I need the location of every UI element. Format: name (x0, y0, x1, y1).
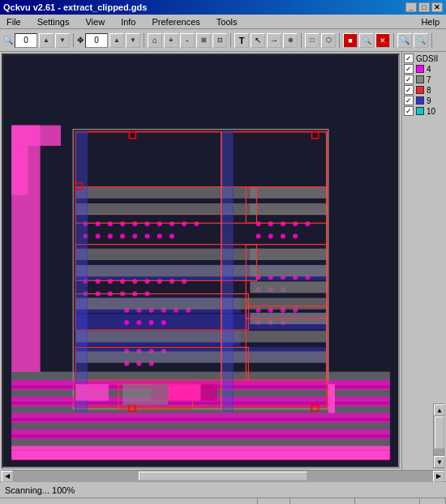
ic-canvas-area[interactable] (2, 53, 400, 468)
scroll-track (434, 416, 444, 456)
stop-btn[interactable]: ✕ (375, 33, 390, 48)
svg-rect-13 (11, 126, 61, 146)
measure-btn[interactable]: ⊕ (283, 33, 298, 48)
layer-8-checkbox[interactable]: ✓ (404, 85, 414, 95)
maximize-button[interactable]: □ (418, 2, 430, 12)
hscroll-right-btn[interactable]: ▶ (433, 471, 444, 482)
svg-point-29 (169, 221, 174, 226)
cursor-btn[interactable]: ↖ (251, 33, 265, 48)
home-btn[interactable]: ⌂ (148, 33, 162, 48)
layer-8-label: 8 (427, 86, 431, 95)
layer-7-checkbox[interactable]: ✓ (404, 75, 414, 84)
text-btn[interactable]: T (234, 33, 249, 48)
cell-name-cell: TOP (258, 498, 289, 504)
zoom-plus-btn[interactable]: 🔍 (397, 33, 412, 48)
layer-10-checkbox[interactable]: ✓ (404, 106, 414, 116)
rect-btn[interactable]: □ (305, 33, 319, 48)
unit-cell: um (420, 498, 446, 504)
pan-up-btn[interactable]: ▲ (109, 33, 124, 48)
zoom-in-btn[interactable]: + (164, 33, 178, 48)
svg-point-28 (157, 221, 162, 226)
menu-tools[interactable]: Tools (213, 16, 241, 28)
minimize-button[interactable]: _ (405, 2, 417, 12)
zoom-input[interactable] (15, 33, 37, 48)
zoom-group: 🔍 ▲ ▼ (3, 33, 74, 48)
scroll-thumb[interactable] (435, 416, 444, 449)
toolbar: 🔍 ▲ ▼ ✥ ▲ ▼ ⌂ + - ⊞ ⊡ T ↖ → ⊕ □ ⬡ ■ 🔍 ✕ … (0, 29, 446, 52)
svg-point-56 (169, 279, 174, 284)
close-button[interactable]: ✕ (431, 2, 443, 12)
svg-rect-9 (11, 413, 390, 423)
layer-4-checkbox[interactable]: ✓ (404, 64, 414, 74)
zoom-minus-btn[interactable]: 🔍 (414, 33, 428, 48)
hscroll-left-btn[interactable]: ◀ (2, 471, 13, 482)
svg-rect-106 (250, 265, 328, 276)
layer-8-color (416, 86, 424, 94)
svg-point-70 (124, 320, 129, 325)
pan-down-btn[interactable]: ▼ (126, 33, 140, 48)
svg-rect-103 (250, 187, 328, 199)
hscroll-bar: ◀ ▶ (2, 470, 444, 481)
poly-btn[interactable]: ⬡ (321, 33, 336, 48)
layer-7[interactable]: ✓ 7 (404, 75, 444, 84)
action-group: ■ 🔍 ✕ (343, 33, 394, 48)
zoom-fit-btn[interactable]: ⊞ (196, 33, 211, 48)
svg-point-52 (120, 279, 125, 284)
svg-rect-10 (11, 429, 390, 439)
menu-info[interactable]: Info (118, 16, 139, 28)
zoom-down-btn[interactable]: ▼ (55, 33, 70, 48)
layer-gdsii[interactable]: ✓ GDSII (404, 53, 444, 63)
svg-point-27 (145, 221, 150, 226)
zoom-up-btn[interactable]: ▲ (39, 33, 54, 48)
menu-view[interactable]: View (82, 16, 108, 28)
svg-rect-118 (75, 132, 87, 412)
svg-point-72 (149, 320, 154, 325)
svg-point-42 (281, 221, 285, 226)
menu-settings[interactable]: Settings (34, 16, 73, 28)
svg-point-25 (120, 221, 125, 226)
svg-rect-105 (250, 249, 328, 260)
layer-8[interactable]: ✓ 8 (404, 85, 444, 95)
layer-10-color (416, 107, 424, 115)
find-btn[interactable]: 🔍 (359, 33, 374, 48)
layer-9-checkbox[interactable]: ✓ (404, 96, 414, 105)
menu-preferences[interactable]: Preferences (149, 16, 204, 28)
hscroll-track[interactable] (13, 471, 433, 482)
scroll-down-btn[interactable]: ▼ (434, 456, 445, 468)
zoom-out-btn[interactable]: - (180, 33, 195, 48)
scroll-up-btn[interactable]: ▲ (434, 404, 445, 416)
coord-y-cell: 636.486 (355, 498, 420, 504)
zoom-icons-group: 🔍 🔍 (397, 33, 432, 48)
svg-point-45 (255, 234, 260, 239)
svg-point-53 (132, 279, 137, 284)
menu-bar: File Settings View Info Preferences Tool… (0, 15, 446, 29)
svg-point-23 (96, 221, 101, 226)
layer-4[interactable]: ✓ 4 (404, 64, 444, 74)
arrow-btn[interactable]: → (267, 33, 281, 48)
svg-point-44 (305, 221, 310, 226)
layer-gdsii-label: GDSII (416, 54, 438, 63)
layer-gdsii-checkbox[interactable]: ✓ (404, 53, 414, 63)
layer-10[interactable]: ✓ 10 (404, 106, 444, 116)
svg-point-38 (157, 234, 162, 239)
right-scrollbar[interactable]: ▲ ▼ (433, 404, 444, 468)
menu-file[interactable]: File (3, 16, 24, 28)
svg-point-50 (96, 279, 101, 284)
fill-btn[interactable]: ■ (343, 33, 358, 48)
hscroll-thumb[interactable] (139, 472, 307, 481)
layer-9[interactable]: ✓ 9 (404, 96, 444, 105)
svg-rect-126 (168, 384, 201, 400)
zoom-sel-btn[interactable]: ⊡ (212, 33, 227, 48)
svg-point-35 (120, 234, 125, 239)
svg-point-48 (293, 234, 298, 239)
title-bar: Qckvu v2.61 - extract_clipped.gds _ □ ✕ (0, 0, 446, 15)
svg-point-51 (108, 279, 113, 284)
pan-group: ✥ ▲ ▼ (77, 33, 144, 48)
layer-9-color (416, 96, 424, 105)
svg-point-47 (281, 234, 285, 239)
menu-help[interactable]: Help (418, 16, 443, 28)
svg-rect-131 (122, 384, 168, 404)
pan-input[interactable] (85, 33, 108, 48)
svg-rect-14 (11, 146, 28, 195)
layer-panel: ✓ GDSII ✓ 4 ✓ 7 ✓ 8 ✓ 9 ✓ 10 (401, 52, 446, 470)
